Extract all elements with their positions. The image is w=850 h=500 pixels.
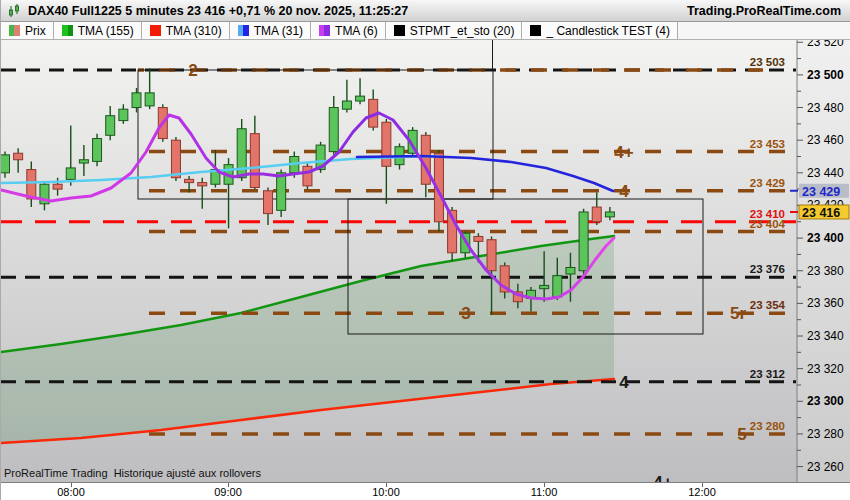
legend-label: STPMT_et_sto (20) bbox=[410, 24, 515, 38]
candle-body-10:00 bbox=[382, 122, 391, 166]
legend-item-tma-31[interactable]: TMA (31) bbox=[230, 22, 311, 39]
chart-area[interactable]: 24+435r454+23 50323 45323 42923 41023 40… bbox=[1, 40, 850, 482]
legend-swatch bbox=[530, 25, 541, 36]
legend-label: TMA (310) bbox=[166, 24, 222, 38]
level-price-label: 23 312 bbox=[750, 368, 785, 380]
time-label-1000: 10:00 bbox=[372, 486, 400, 498]
level-price-label: 23 453 bbox=[750, 138, 785, 150]
price-axis-label: 23 520 bbox=[807, 40, 844, 49]
candle-body-11:10 bbox=[566, 267, 575, 274]
candle-body-11:20 bbox=[592, 207, 601, 222]
legend-label: TMA (31) bbox=[254, 24, 303, 38]
annotation-label-4+: 4+ bbox=[653, 473, 672, 482]
candle-body-09:50 bbox=[356, 96, 365, 101]
candle-body-11:15 bbox=[579, 212, 588, 271]
candle-body-09:45 bbox=[342, 101, 351, 109]
annotation-label-4: 4 bbox=[619, 373, 629, 392]
price-axis-label: 23 440 bbox=[807, 166, 844, 180]
candle-body-07:55 bbox=[53, 184, 62, 189]
price-badge-text: 23 416 bbox=[802, 206, 840, 220]
price-axis-label: 23 340 bbox=[807, 329, 844, 343]
candle-body-10:40 bbox=[487, 240, 496, 271]
title-bar: DAX40 Full1225 5 minutes 23 416 +0,71 % … bbox=[1, 0, 850, 22]
prorealtime-window: DAX40 Full1225 5 minutes 23 416 +0,71 % … bbox=[0, 0, 850, 500]
level-price-label: 23 280 bbox=[750, 420, 785, 432]
price-axis-label: 23 260 bbox=[807, 460, 844, 474]
candle-body-08:10 bbox=[93, 139, 102, 162]
candle-body-08:20 bbox=[119, 109, 128, 120]
candle-body-10:35 bbox=[474, 236, 483, 241]
candle-body-09:10 bbox=[250, 134, 259, 188]
annotation-label-3: 3 bbox=[461, 304, 470, 323]
candle-body-08:50 bbox=[198, 183, 207, 186]
price-axis-label: 23 460 bbox=[807, 133, 844, 147]
chart-canvas[interactable]: 24+435r454+23 50323 45323 42923 41023 40… bbox=[1, 40, 850, 482]
legend-label: Prix bbox=[25, 24, 46, 38]
legend-label: TMA (6) bbox=[335, 24, 378, 38]
annotation-label-4: 4 bbox=[619, 182, 629, 201]
price-axis-label: 23 380 bbox=[807, 264, 844, 278]
candle-body-11:00 bbox=[540, 285, 549, 288]
legend-item-tma-310[interactable]: TMA (310) bbox=[142, 22, 230, 39]
annotation-label-5: 5 bbox=[737, 425, 746, 444]
legend-swatch bbox=[394, 25, 405, 36]
candlestick-icon bbox=[7, 3, 23, 19]
legend-item-candlestick-test-4[interactable]: _ Candlestick TEST (4) bbox=[522, 22, 678, 39]
legend-swatch bbox=[62, 25, 73, 36]
legend-label: _ Candlestick TEST (4) bbox=[546, 24, 670, 38]
price-axis-label: 23 360 bbox=[807, 296, 844, 310]
candle-body-08:15 bbox=[106, 116, 115, 136]
candle-body-07:45 bbox=[27, 170, 36, 199]
legend-swatch bbox=[319, 25, 330, 36]
candle-body-07:40 bbox=[14, 153, 23, 160]
level-price-label: 23 354 bbox=[750, 299, 786, 311]
price-axis-label: 23 320 bbox=[807, 362, 844, 376]
legend-swatch bbox=[9, 25, 20, 36]
price-axis-label: 23 500 bbox=[807, 68, 844, 82]
candle-body-07:35 bbox=[1, 155, 10, 173]
footer-note: ProRealTime Trading Historique ajusté au… bbox=[4, 467, 261, 479]
candle-body-08:25 bbox=[132, 93, 141, 108]
annotation-label-2: 2 bbox=[188, 61, 197, 80]
candle-body-11:05 bbox=[553, 276, 562, 297]
time-axis[interactable]: 08:0009:0010:0011:0012:00 bbox=[1, 482, 850, 500]
candle-body-09:05 bbox=[237, 129, 246, 178]
annotation-label-4+: 4+ bbox=[614, 143, 633, 162]
legend-bar: PrixTMA (155)TMA (310)TMA (31)TMA (6)STP… bbox=[1, 22, 850, 40]
candle-body-08:40 bbox=[171, 140, 180, 178]
legend-item-prix[interactable]: Prix bbox=[1, 22, 54, 39]
time-label-1100: 11:00 bbox=[531, 486, 558, 498]
price-badge-text: 23 429 bbox=[802, 185, 840, 199]
time-label-0800: 08:00 bbox=[57, 486, 85, 498]
legend-swatch bbox=[150, 25, 161, 36]
candle-body-08:05 bbox=[79, 160, 88, 163]
candle-body-08:30 bbox=[145, 93, 154, 106]
legend-item-stpmt-et-sto-20[interactable]: STPMT_et_sto (20) bbox=[386, 22, 523, 39]
time-label-0900: 09:00 bbox=[214, 486, 242, 498]
instrument-title: DAX40 Full1225 5 minutes 23 416 +0,71 % … bbox=[28, 4, 408, 18]
candle-body-09:15 bbox=[264, 191, 273, 214]
price-axis-label: 23 480 bbox=[807, 101, 844, 115]
brand-link[interactable]: Trading.ProRealTime.com bbox=[687, 4, 841, 18]
price-axis-label: 23 400 bbox=[807, 231, 844, 245]
annotation-label-5r: 5r bbox=[730, 304, 746, 323]
legend-item-tma-155[interactable]: TMA (155) bbox=[54, 22, 142, 39]
price-axis-label: 23 280 bbox=[807, 427, 844, 441]
level-price-label: 23 429 bbox=[750, 177, 785, 189]
candle-body-08:00 bbox=[66, 168, 75, 179]
legend-label: TMA (155) bbox=[78, 24, 134, 38]
price-axis-label: 23 300 bbox=[807, 394, 844, 408]
level-price-label: 23 503 bbox=[750, 56, 785, 68]
level-price-label: 23 376 bbox=[750, 263, 785, 275]
time-label-1200: 12:00 bbox=[688, 486, 716, 498]
candle-body-08:45 bbox=[185, 179, 194, 182]
candle-body-09:40 bbox=[329, 108, 338, 152]
legend-swatch bbox=[238, 25, 249, 36]
level-price-label: 23 404 bbox=[750, 218, 786, 230]
candle-body-09:20 bbox=[277, 173, 286, 211]
candle-body-11:25 bbox=[605, 212, 614, 217]
candle-body-09:30 bbox=[303, 166, 312, 186]
legend-item-tma-6[interactable]: TMA (6) bbox=[311, 22, 386, 39]
